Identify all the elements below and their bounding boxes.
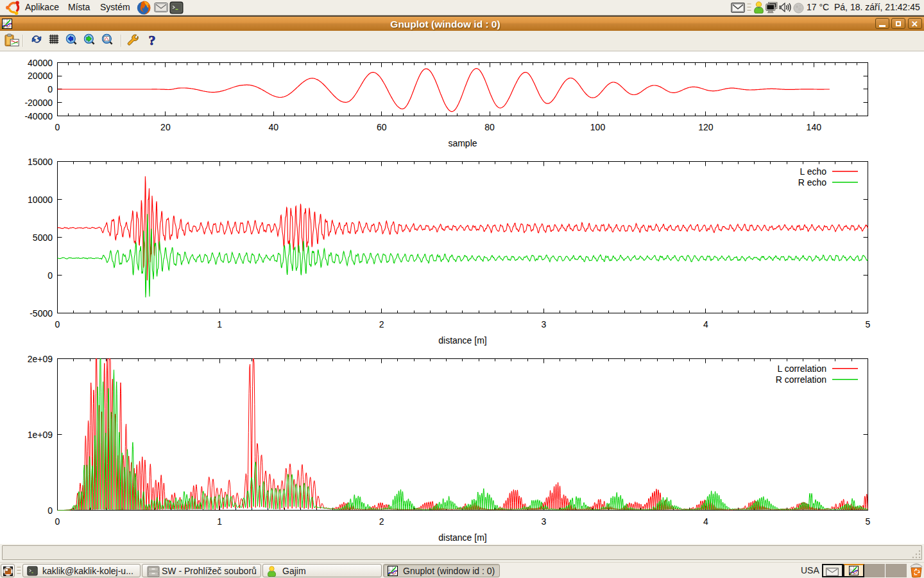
svg-text:10000: 10000 — [28, 195, 53, 205]
svg-text:4: 4 — [703, 319, 708, 329]
svg-text:-20000: -20000 — [24, 98, 53, 108]
svg-text:60: 60 — [377, 122, 387, 132]
svg-text:R echo: R echo — [798, 177, 827, 188]
svg-text:0: 0 — [47, 84, 53, 94]
svg-text:80: 80 — [484, 122, 495, 132]
svg-text:40000: 40000 — [28, 58, 53, 68]
svg-text:0: 0 — [47, 505, 53, 516]
svg-text:2: 2 — [379, 319, 384, 329]
svg-text:120: 120 — [698, 122, 714, 132]
svg-text:L correlation: L correlation — [777, 363, 826, 374]
svg-text:1e+09: 1e+09 — [28, 430, 53, 440]
svg-text:1: 1 — [217, 516, 222, 527]
svg-text:0: 0 — [47, 270, 53, 281]
svg-text:distance [m]: distance [m] — [438, 532, 486, 543]
svg-text:?: ? — [149, 33, 156, 48]
svg-text:2: 2 — [379, 516, 384, 527]
svg-text:0: 0 — [55, 319, 60, 329]
svg-text:5000: 5000 — [33, 232, 53, 243]
svg-text:2e+09: 2e+09 — [28, 354, 53, 364]
svg-text:40: 40 — [269, 122, 279, 132]
svg-text:sample: sample — [448, 138, 477, 148]
svg-text:15000: 15000 — [28, 157, 53, 167]
svg-text:L echo: L echo — [800, 166, 826, 177]
svg-text:3: 3 — [541, 516, 546, 527]
svg-text:20: 20 — [160, 122, 171, 132]
svg-text:0: 0 — [55, 122, 60, 132]
svg-text:5: 5 — [866, 319, 871, 329]
svg-text:1: 1 — [217, 319, 222, 329]
svg-text:3: 3 — [541, 319, 546, 329]
svg-text:0: 0 — [55, 516, 60, 527]
svg-text:R correlation: R correlation — [776, 374, 826, 385]
svg-text:140: 140 — [807, 122, 822, 132]
svg-text:-40000: -40000 — [24, 111, 53, 121]
svg-text:100: 100 — [590, 122, 606, 132]
svg-text:5: 5 — [866, 516, 871, 527]
svg-text:distance [m]: distance [m] — [438, 335, 486, 346]
svg-text:-5000: -5000 — [30, 308, 53, 319]
svg-text:4: 4 — [703, 516, 708, 527]
svg-text:20000: 20000 — [28, 71, 53, 81]
